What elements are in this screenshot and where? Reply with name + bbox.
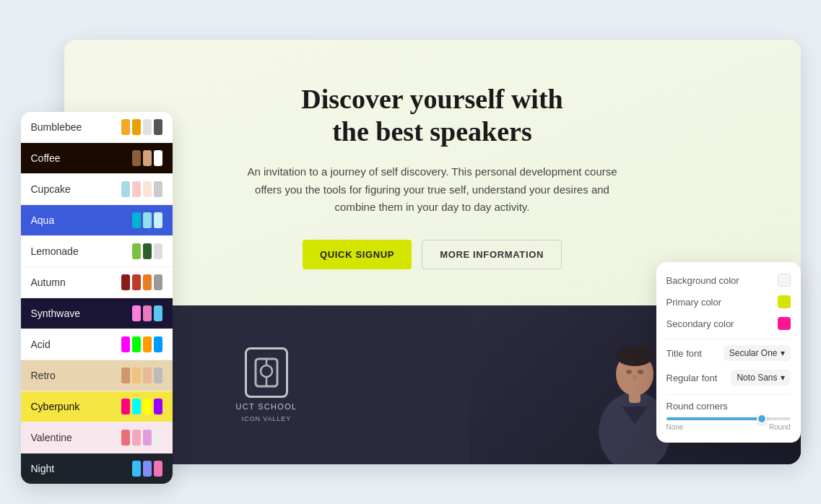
svg-point-10: [633, 375, 637, 381]
swatch: [143, 336, 152, 352]
primary-color-label: Primary color: [666, 297, 722, 308]
swatch: [143, 243, 152, 259]
theme-item-coffee[interactable]: Coffee: [21, 143, 173, 174]
theme-name-cupcake: Cupcake: [31, 183, 71, 195]
theme-item-cupcake[interactable]: Cupcake: [21, 174, 173, 205]
regular-font-select[interactable]: Noto Sans ▾: [731, 370, 790, 386]
secondary-color-label: Secondary color: [666, 318, 734, 329]
swatch: [132, 368, 141, 383]
swatch: [132, 274, 141, 290]
swatch: [143, 119, 152, 135]
swatches-acid: [121, 336, 162, 352]
swatch: [154, 243, 162, 259]
svg-point-1: [261, 365, 272, 377]
swatch: [132, 399, 141, 414]
title-font-select[interactable]: Secular One ▾: [724, 345, 791, 361]
swatch: [121, 368, 130, 383]
round-corners-label: Round corners: [666, 401, 728, 412]
speaker-org-name: UCT SCHOOL: [235, 402, 297, 411]
swatch: [143, 399, 152, 414]
regular-font-value: Noto Sans: [737, 373, 777, 383]
title-font-value: Secular One: [729, 348, 778, 358]
swatch: [132, 181, 141, 197]
swatch: [132, 461, 141, 477]
regular-font-label: Regular font: [666, 373, 718, 383]
speaker-logo-area: UCT SCHOOL ICON VALLEY: [235, 347, 297, 422]
speaker-logo: [245, 347, 288, 398]
theme-name-bumblebee: Bumblebee: [31, 121, 82, 133]
theme-item-acid[interactable]: Acid: [21, 329, 173, 360]
theme-list: Bumblebee Coffee Cupcake: [21, 112, 173, 484]
svg-point-7: [616, 346, 653, 366]
swatch: [143, 461, 152, 477]
swatches-synthwave: [132, 305, 162, 321]
slider-track: [666, 417, 791, 420]
settings-row-regular-font: Regular font Noto Sans ▾: [666, 370, 791, 386]
theme-item-night[interactable]: Night: [21, 453, 173, 484]
slider-labels: None Round: [666, 423, 791, 431]
svg-point-8: [626, 370, 632, 374]
slider-thumb[interactable]: [757, 414, 767, 424]
swatch: [154, 119, 162, 135]
theme-name-acid: Acid: [31, 339, 51, 350]
swatches-cyberpunk: [121, 399, 162, 414]
theme-name-cyberpunk: Cyberpunk: [31, 401, 80, 412]
slider-max-label: Round: [769, 423, 790, 431]
slider-min-label: None: [666, 423, 684, 431]
settings-row-bg-color: Background color: [666, 274, 791, 287]
swatches-cupcake: [121, 181, 162, 197]
chevron-down-icon: ▾: [781, 348, 785, 358]
swatch: [132, 243, 141, 259]
swatch: [121, 274, 130, 290]
round-corners-row: Round corners None Round: [666, 401, 791, 431]
secondary-color-dot[interactable]: [778, 317, 791, 330]
settings-panel: Background color Primary color Secondary…: [656, 262, 801, 443]
swatch: [143, 305, 152, 321]
swatch: [143, 150, 152, 166]
quick-signup-button[interactable]: QUICK SIGNUP: [303, 240, 412, 269]
bg-color-dot[interactable]: [778, 274, 791, 287]
svg-point-9: [638, 370, 643, 374]
swatch: [143, 368, 152, 383]
bg-color-label: Background color: [666, 275, 739, 286]
round-corners-slider-container: None Round: [666, 417, 791, 431]
divider-2: [666, 394, 791, 395]
swatch: [132, 150, 141, 166]
hero-title: Discover yourself with the best speakers: [301, 83, 562, 149]
theme-item-bumblebee[interactable]: Bumblebee: [21, 112, 173, 143]
swatch: [132, 305, 141, 321]
swatch: [132, 430, 141, 446]
theme-item-autumn[interactable]: Autumn: [21, 267, 173, 298]
chevron-down-icon-2: ▾: [781, 373, 785, 383]
theme-item-retro[interactable]: Retro: [21, 360, 173, 391]
theme-item-cyberpunk[interactable]: Cyberpunk: [21, 391, 173, 422]
theme-name-night: Night: [31, 463, 55, 474]
swatch: [154, 181, 162, 197]
theme-name-aqua: Aqua: [31, 214, 55, 226]
swatch: [154, 212, 162, 228]
swatches-valentine: [121, 430, 162, 446]
hero-title-line1: Discover yourself with: [301, 84, 562, 114]
swatch: [143, 430, 152, 446]
swatch: [121, 119, 130, 135]
hero-title-line2: the best speakers: [332, 116, 532, 147]
swatches-night: [132, 461, 162, 477]
swatch: [121, 336, 130, 352]
swatches-retro: [121, 368, 162, 383]
theme-name-valentine: Valentine: [31, 432, 72, 443]
theme-item-lemonade[interactable]: Lemonade: [21, 236, 173, 267]
settings-row-secondary-color: Secondary color: [666, 317, 791, 330]
swatches-lemonade: [132, 243, 162, 259]
theme-item-aqua[interactable]: Aqua: [21, 205, 173, 236]
swatch: [121, 181, 130, 197]
theme-item-synthwave[interactable]: Synthwave: [21, 298, 173, 329]
primary-color-dot[interactable]: [778, 295, 791, 308]
swatch: [121, 430, 130, 446]
more-information-button[interactable]: MORE INFORMATION: [422, 240, 562, 269]
swatch: [154, 368, 162, 383]
title-font-label: Title font: [666, 348, 702, 359]
swatch: [132, 212, 141, 228]
theme-item-valentine[interactable]: Valentine: [21, 422, 173, 453]
swatches-autumn: [121, 274, 162, 290]
outer-wrapper: Bumblebee Coffee Cupcake: [21, 40, 801, 464]
